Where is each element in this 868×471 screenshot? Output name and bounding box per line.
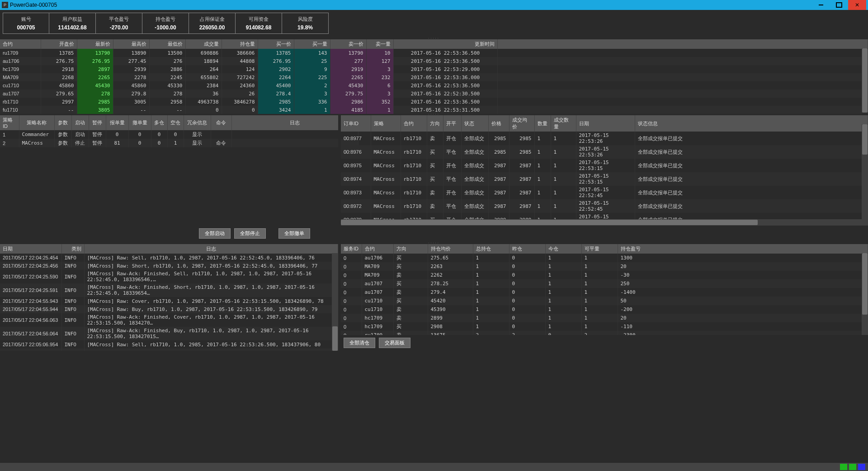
position-row[interactable]: 0au1707卖279.41011-1400 xyxy=(341,288,868,297)
order-row[interactable]: 00:8974MACrossrb1710买平仓全部成交2987298711201… xyxy=(341,172,868,186)
log-row: 2017/05/17 22:04:25.454INFO[MACross] Raw… xyxy=(0,254,338,262)
order-row[interactable]: 00:8976MACrossrb1710买平仓全部成交2985298511201… xyxy=(341,145,868,159)
pos-col[interactable]: 总持仓 xyxy=(473,244,509,254)
strat-col[interactable]: 报单量 xyxy=(106,115,128,130)
close-all-button[interactable]: 全部清仓 xyxy=(344,338,375,348)
orders-col[interactable]: 成交数量 xyxy=(551,115,576,132)
pos-col[interactable]: 可平量 xyxy=(581,244,618,254)
log-col[interactable]: 类别 xyxy=(61,244,84,254)
market-row[interactable]: fu1710--3805----0034241418512017-05-16 2… xyxy=(0,106,868,114)
market-col[interactable]: 持仓量 xyxy=(222,39,258,49)
position-row[interactable]: 0cu1710卖453901011-200 xyxy=(341,305,868,314)
strat-col[interactable]: 暂停 xyxy=(89,115,106,130)
log-row: 2017/05/17 22:04:55.943INFO[MACross] Raw… xyxy=(0,297,338,305)
market-row[interactable]: au1706276.75276.95277.452761889444808276… xyxy=(0,57,868,65)
orders-col[interactable]: 方向 xyxy=(427,115,443,132)
strat-col[interactable]: 空仓 xyxy=(167,115,184,130)
orders-col[interactable]: 状态信息 xyxy=(635,115,868,132)
orders-col[interactable]: 合约 xyxy=(401,115,427,132)
pos-col[interactable]: 昨仓 xyxy=(509,244,545,254)
log-row: 2017/05/17 22:05:06.954INFO[MACross] Raw… xyxy=(0,340,338,349)
position-row[interactable]: 0MA709买2263101120 xyxy=(341,262,868,271)
market-row[interactable]: hc17092918289729392886264124290292919320… xyxy=(0,65,868,73)
position-row[interactable]: 0cu1710买45420101150 xyxy=(341,297,868,305)
orders-col[interactable]: 数量 xyxy=(534,115,551,132)
window-title: PowerGate-000705 xyxy=(10,2,812,8)
close-button[interactable] xyxy=(848,0,866,10)
strat-col[interactable]: 冗余信息 xyxy=(184,115,211,130)
market-row[interactable]: ru17091378513790138901350069088638660613… xyxy=(0,49,868,57)
positions-scrollbar[interactable] xyxy=(862,253,868,335)
orders-col[interactable]: 订单ID xyxy=(341,115,371,132)
market-row[interactable]: rb17102997298530052958496373838462782985… xyxy=(0,98,868,106)
orders-col[interactable]: 开平 xyxy=(443,115,461,132)
summary-label: 占用保证金 xyxy=(189,16,235,23)
market-col[interactable]: 开盘价 xyxy=(41,39,77,49)
strat-col[interactable]: 策略名称 xyxy=(19,115,54,130)
market-col[interactable]: 最高价 xyxy=(113,39,149,49)
status-indicator-1[interactable] xyxy=(840,464,847,470)
orders-table: 订单ID策略合约方向开平状态价格成交均价数量成交数量日期状态信息 00:8977… xyxy=(341,115,868,226)
orders-col[interactable]: 状态 xyxy=(461,115,488,132)
status-indicator-2[interactable] xyxy=(849,464,856,470)
status-indicator-3[interactable] xyxy=(858,464,865,470)
minimize-button[interactable] xyxy=(812,0,830,10)
position-row[interactable]: 0au1707买278.251011250 xyxy=(341,279,868,288)
market-col[interactable]: 买一量 xyxy=(294,39,330,49)
position-row[interactable]: 0MA709卖22621011-30 xyxy=(341,271,868,279)
market-col[interactable]: 卖一价 xyxy=(330,39,366,49)
log-row: 2017/05/17 22:05:06.956INFO[MACross] Raw… xyxy=(0,349,338,351)
summary-label: 可用资金 xyxy=(236,16,282,23)
market-row[interactable]: cu17104586045430458604533023842436045400… xyxy=(0,81,868,89)
trade-panel-button[interactable]: 交易面板 xyxy=(379,338,410,348)
market-col[interactable]: 最新价 xyxy=(77,39,113,49)
orders-col[interactable]: 策略 xyxy=(371,115,401,132)
market-col[interactable]: 合约 xyxy=(0,39,41,49)
log-col[interactable]: 日志 xyxy=(84,244,338,254)
pos-col[interactable]: 今仓 xyxy=(545,244,581,254)
log-col[interactable]: 日期 xyxy=(0,244,61,254)
position-row[interactable]: 0au1706买275.6510111300 xyxy=(341,254,868,262)
strat-col[interactable]: 撤单量 xyxy=(128,115,151,130)
position-row[interactable]: 0ru1709卖136752202-2300 xyxy=(341,331,868,335)
market-col[interactable]: 最低价 xyxy=(149,39,185,49)
strat-col[interactable]: 启动 xyxy=(71,115,89,130)
market-row[interactable]: au1707279.65278279.82783626278.43279.753… xyxy=(0,89,868,98)
market-col[interactable]: 买一价 xyxy=(258,39,294,49)
orders-col[interactable]: 日期 xyxy=(576,115,635,132)
market-row[interactable]: MA70922682265227822456558027272422264225… xyxy=(0,73,868,81)
strat-col[interactable]: 多仓 xyxy=(151,115,167,130)
market-scrollbar[interactable] xyxy=(862,48,868,113)
orders-scrollbar-v[interactable] xyxy=(862,124,868,226)
order-row[interactable]: 00:8977MACrossrb1710卖开仓全部成交2985298511201… xyxy=(341,132,868,145)
position-row[interactable]: 0hc1709卖2899101120 xyxy=(341,314,868,322)
order-row[interactable]: 00:8973MACrossrb1710卖开仓全部成交2987298711201… xyxy=(341,186,868,199)
summary-value: 914082.68 xyxy=(236,24,282,31)
cancel-all-button[interactable]: 全部撤单 xyxy=(278,228,310,239)
maximize-button[interactable] xyxy=(830,0,848,10)
pos-col[interactable]: 方向 xyxy=(393,244,428,254)
strategy-row[interactable]: 2MACross参数停止暂停81001显示命令 xyxy=(0,139,358,147)
strat-col[interactable]: 策略ID xyxy=(0,115,19,130)
position-row[interactable]: 0hc1709买29081011-110 xyxy=(341,322,868,331)
pos-col[interactable]: 合约 xyxy=(362,244,393,254)
logs-scrollbar[interactable] xyxy=(332,253,338,351)
pos-col[interactable]: 持仓均价 xyxy=(428,244,473,254)
strategy-row[interactable]: 1Commander参数启动暂停0000显示 xyxy=(0,130,358,139)
strat-col[interactable]: 参数 xyxy=(54,115,71,130)
market-table: 合约开盘价最新价最高价最低价成交量持仓量买一价买一量卖一价卖一量更新时间 ru1… xyxy=(0,39,868,114)
market-col[interactable]: 更新时间 xyxy=(393,39,497,49)
orders-col[interactable]: 成交均价 xyxy=(509,115,534,132)
stop-all-button[interactable]: 全部停止 xyxy=(234,228,266,239)
pos-col[interactable]: 服务ID xyxy=(341,244,362,254)
start-all-button[interactable]: 全部启动 xyxy=(199,228,231,239)
market-col[interactable]: 卖一量 xyxy=(366,39,393,49)
order-row[interactable]: 00:8975MACrossrb1710买开仓全部成交2987298711201… xyxy=(341,159,868,172)
orders-col[interactable]: 价格 xyxy=(488,115,509,132)
order-row[interactable]: 00:8972MACrossrb1710卖平仓全部成交2987298711201… xyxy=(341,199,868,213)
market-col[interactable]: 成交量 xyxy=(185,39,222,49)
pos-col[interactable]: 持仓盈亏 xyxy=(618,244,868,254)
orders-scrollbar-h[interactable] xyxy=(341,219,862,226)
strat-col[interactable]: 命令 xyxy=(211,115,231,130)
summary-label: 用户权益 xyxy=(49,16,95,23)
